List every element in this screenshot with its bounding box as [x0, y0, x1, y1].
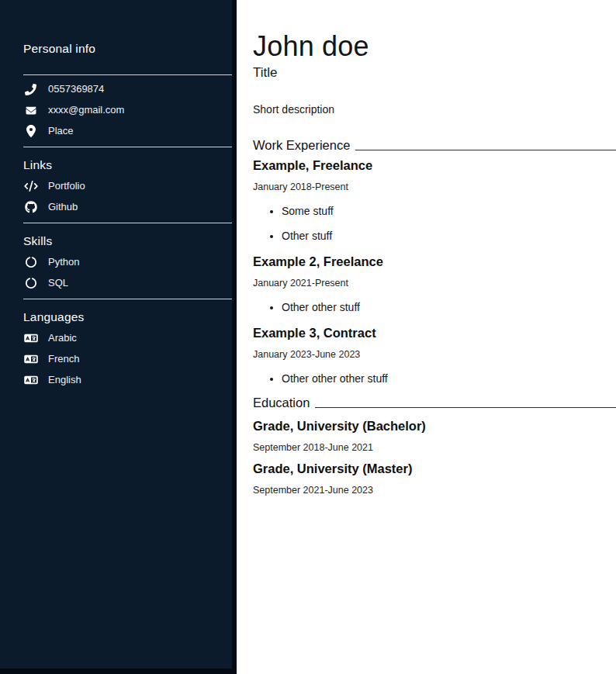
language-label: Arabic: [48, 331, 77, 345]
language-item: Arabic: [23, 331, 232, 345]
bullet-item: Some stuff: [282, 204, 616, 218]
education-entry: Grade, University (Master) September 202…: [253, 461, 616, 496]
envelope-icon: [23, 103, 38, 117]
code-icon: [23, 179, 38, 193]
person-name: John doe: [253, 31, 616, 62]
work-entry-period: January 2021-Present: [253, 277, 616, 289]
work-entry-period: January 2018-Present: [253, 181, 616, 193]
education-heading-label: Education: [253, 394, 310, 411]
skill-label: SQL: [48, 276, 68, 290]
education-entry-degree: Grade, University (Master): [253, 461, 616, 477]
languages-list: Arabic French English: [23, 331, 232, 387]
language-label: French: [48, 352, 79, 366]
education-heading: Education: [253, 394, 616, 411]
divider: [23, 223, 232, 223]
main-content: John doe Title Short description Work Ex…: [241, 0, 616, 674]
bullet-item: Other other other stuff: [282, 372, 616, 385]
divider: [23, 147, 232, 147]
resume-page: Personal info 0557369874 xxxx@gmail.com …: [0, 0, 616, 674]
work-entry-period: January 2023-June 2023: [253, 348, 616, 361]
language-label: English: [48, 373, 81, 387]
github-icon: [23, 200, 38, 214]
contact-list: 0557369874 xxxx@gmail.com Place: [23, 82, 232, 138]
circle-notch-icon: [23, 276, 38, 290]
link-item-portfolio[interactable]: Portfolio: [23, 179, 232, 193]
short-description: Short description: [253, 102, 616, 116]
education-entry: Grade, University (Bachelor) September 2…: [253, 418, 616, 454]
email-address: xxxx@gmail.com: [48, 103, 124, 117]
languages-heading: Languages: [23, 309, 232, 324]
sidebar: Personal info 0557369874 xxxx@gmail.com …: [0, 0, 237, 674]
education-entry-period: September 2021-June 2023: [253, 484, 616, 496]
divider: [23, 74, 232, 75]
education-section: Education Grade, University (Bachelor) S…: [253, 394, 616, 496]
portfolio-link-label: Portfolio: [48, 179, 85, 193]
work-entry-role: Example 2, Freelance: [253, 254, 616, 270]
language-icon: [23, 352, 38, 366]
bullet-item: Other stuff: [282, 229, 616, 243]
location-pin-icon: [23, 124, 38, 138]
github-link-label: Github: [48, 200, 78, 214]
contact-item-place: Place: [23, 124, 232, 138]
education-entry-period: September 2018-June 2021: [253, 441, 616, 454]
work-entry: Example 3, Contract January 2023-June 20…: [253, 325, 616, 385]
work-entry: Example 2, Freelance January 2021-Presen…: [253, 254, 616, 314]
contact-item-email: xxxx@gmail.com: [23, 103, 232, 117]
work-experience-heading-label: Work Experience: [253, 137, 350, 154]
links-heading: Links: [23, 157, 232, 172]
person-title: Title: [253, 64, 616, 81]
heading-rule-line: [355, 150, 616, 150]
skills-list: Python SQL: [23, 255, 232, 290]
contact-item-phone: 0557369874: [23, 82, 232, 96]
skills-heading: Skills: [23, 233, 232, 248]
heading-rule-line: [315, 407, 616, 408]
links-section: Links Portfolio Github: [23, 147, 232, 214]
language-icon: [23, 373, 38, 387]
language-icon: [23, 331, 38, 345]
work-experience-heading: Work Experience: [253, 137, 616, 154]
personal-info-heading: Personal info: [23, 41, 232, 56]
work-entry-role: Example, Freelance: [253, 157, 616, 174]
work-entry-bullets: Other other stuff: [253, 300, 616, 314]
language-item: French: [23, 352, 232, 366]
skills-section: Skills Python SQL: [23, 223, 232, 290]
language-item: English: [23, 373, 232, 387]
work-entry-role: Example 3, Contract: [253, 325, 616, 341]
education-entry-degree: Grade, University (Bachelor): [253, 418, 616, 434]
work-entry-bullets: Other other other stuff: [253, 372, 616, 385]
work-entry-bullets: Some stuff Other stuff: [253, 204, 616, 243]
skill-item: Python: [23, 255, 232, 269]
links-list: Portfolio Github: [23, 179, 232, 214]
skill-label: Python: [48, 255, 79, 269]
phone-icon: [23, 82, 38, 96]
bullet-item: Other other stuff: [282, 300, 616, 314]
work-entry: Example, Freelance January 2018-Present …: [253, 157, 616, 243]
divider: [23, 299, 232, 299]
phone-number: 0557369874: [48, 82, 104, 96]
languages-section: Languages Arabic French: [23, 299, 232, 387]
skill-item: SQL: [23, 276, 232, 290]
place-label: Place: [48, 124, 74, 138]
link-item-github[interactable]: Github: [23, 200, 232, 214]
circle-notch-icon: [23, 255, 38, 269]
